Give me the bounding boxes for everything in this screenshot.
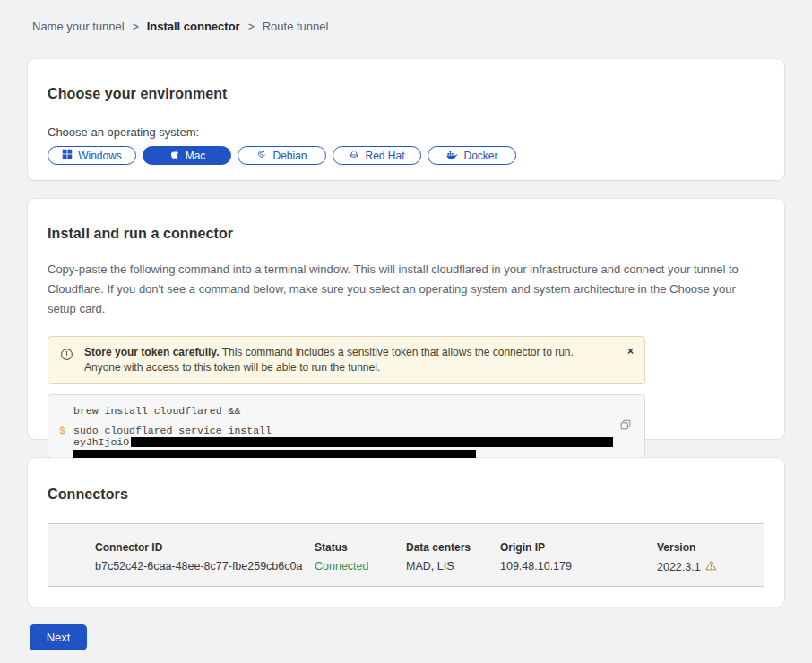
connectors-table-header: Connector ID Status Data centers Origin … <box>95 541 764 554</box>
install-description: Copy-paste the following command into a … <box>48 260 764 319</box>
install-connector-card: Install and run a connector Copy-paste t… <box>28 199 784 439</box>
install-card-title: Install and run a connector <box>48 199 764 242</box>
debian-swirl-icon <box>256 149 267 162</box>
warning-bold-text: Store your token carefully. <box>84 346 220 358</box>
warning-triangle-icon <box>705 560 717 574</box>
connectors-table: Connector ID Status Data centers Origin … <box>48 523 764 587</box>
col-header-connector-id: Connector ID <box>95 541 315 554</box>
os-button-label: Debian <box>272 150 307 162</box>
table-row: b7c52c42-6caa-48ee-8c77-fbe259cb6c0a Con… <box>95 560 764 574</box>
connector-id-cell: b7c52c42-6caa-48ee-8c77-fbe259cb6c0a <box>95 560 315 574</box>
code-line-brew: brew install cloudflared && <box>59 405 609 417</box>
origin-ip-cell: 109.48.10.179 <box>500 560 657 574</box>
info-circle-icon <box>60 348 73 366</box>
breadcrumb-separator: > <box>133 21 139 33</box>
os-button-windows[interactable]: Windows <box>48 146 136 165</box>
version-cell: 2022.3.1 <box>657 560 764 574</box>
windows-logo-icon <box>62 149 73 162</box>
code-line-token: eyJhIjoiO <box>59 436 609 448</box>
os-button-label: Docker <box>463 150 497 162</box>
redhat-fedora-icon <box>349 149 359 162</box>
os-button-row: Windows Mac Debian <box>48 146 764 165</box>
os-button-label: Mac <box>186 150 206 162</box>
breadcrumb-install-connector[interactable]: Install connector <box>147 20 240 33</box>
col-header-version: Version <box>657 541 764 554</box>
close-icon[interactable]: × <box>627 346 634 357</box>
os-button-redhat[interactable]: Red Hat <box>333 146 421 165</box>
breadcrumb-route-tunnel[interactable]: Route tunnel <box>263 20 329 33</box>
col-header-status: Status <box>315 541 406 554</box>
status-badge: Connected <box>315 560 406 574</box>
os-button-docker[interactable]: Docker <box>428 146 516 165</box>
os-button-label: Windows <box>78 150 122 162</box>
code-line-sudo: $sudo cloudflared service install <box>59 425 609 436</box>
redacted-token-bar <box>131 437 613 447</box>
docker-whale-icon <box>445 149 458 163</box>
breadcrumb-separator: > <box>248 21 255 33</box>
next-button[interactable]: Next <box>30 624 87 650</box>
breadcrumb: Name your tunnel > Install connector > R… <box>32 20 328 33</box>
os-button-mac[interactable]: Mac <box>143 146 231 165</box>
environment-card-title: Choose your environment <box>48 59 764 102</box>
data-centers-cell: MAD, LIS <box>406 560 500 574</box>
breadcrumb-name-your-tunnel[interactable]: Name your tunnel <box>32 20 125 33</box>
apple-logo-icon <box>168 149 180 163</box>
connectors-card-title: Connectors <box>48 458 764 503</box>
os-button-debian[interactable]: Debian <box>238 146 326 165</box>
shell-prompt: $ <box>59 425 73 436</box>
col-header-origin-ip: Origin IP <box>500 541 657 554</box>
copy-icon[interactable] <box>619 418 632 434</box>
connectors-card: Connectors Connector ID Status Data cent… <box>28 458 784 607</box>
install-command-code-block: brew install cloudflared && $sudo cloudf… <box>48 394 645 459</box>
os-select-label: Choose an operating system: <box>48 125 764 139</box>
col-header-data-centers: Data centers <box>406 541 500 554</box>
environment-card: Choose your environment Choose an operat… <box>28 59 784 180</box>
os-button-label: Red Hat <box>365 150 404 162</box>
token-warning-banner: Store your token carefully. This command… <box>48 336 645 384</box>
